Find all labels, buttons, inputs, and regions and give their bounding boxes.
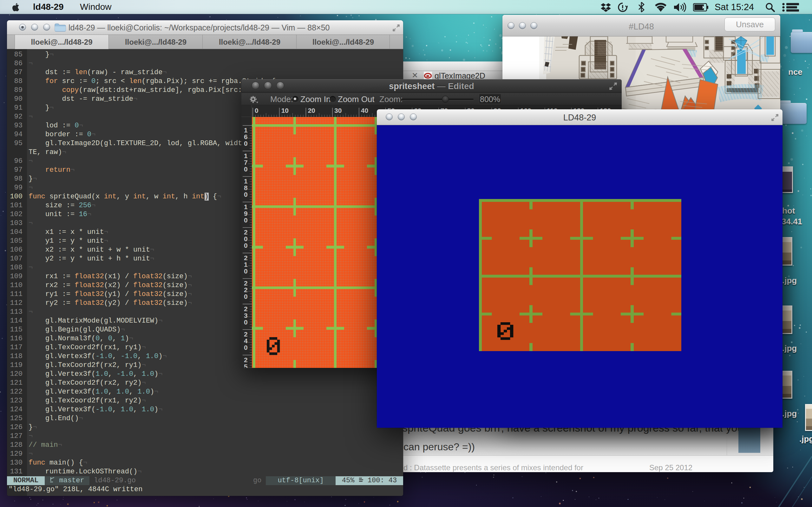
- svg-text:0: 0: [244, 344, 248, 351]
- svg-text:4: 4: [244, 337, 248, 344]
- svg-text:2: 2: [244, 254, 248, 262]
- svg-text:0: 0: [244, 268, 248, 275]
- svg-text:2: 2: [244, 331, 248, 338]
- svg-text:2: 2: [244, 279, 248, 287]
- svg-text:1: 1: [244, 177, 248, 185]
- svg-text:0: 0: [244, 191, 248, 198]
- svg-text:0: 0: [244, 216, 248, 224]
- svg-text:0: 0: [255, 107, 258, 114]
- svg-text:2: 2: [244, 228, 248, 236]
- svg-text:40: 40: [361, 107, 368, 114]
- svg-text:20: 20: [308, 107, 315, 114]
- svg-text:7: 7: [244, 159, 248, 166]
- svg-text:0: 0: [244, 140, 248, 147]
- svg-text:3: 3: [244, 312, 248, 319]
- svg-text:2: 2: [244, 356, 248, 363]
- svg-text:2: 2: [244, 286, 248, 293]
- svg-text:10: 10: [281, 107, 289, 114]
- svg-text:1: 1: [244, 203, 248, 210]
- svg-text:0: 0: [244, 319, 248, 326]
- svg-text:2: 2: [244, 305, 248, 313]
- svg-text:6: 6: [244, 133, 248, 140]
- svg-text:0: 0: [244, 293, 248, 300]
- svg-text:5: 5: [244, 363, 248, 368]
- svg-text:9: 9: [244, 210, 248, 217]
- svg-text:8: 8: [244, 184, 248, 191]
- svg-text:30: 30: [334, 107, 342, 114]
- svg-text:1: 1: [244, 261, 248, 268]
- svg-text:1: 1: [244, 152, 248, 159]
- svg-text:0: 0: [244, 165, 248, 173]
- svg-text:1: 1: [244, 126, 248, 134]
- svg-text:0: 0: [244, 242, 248, 249]
- svg-text:0: 0: [244, 235, 248, 242]
